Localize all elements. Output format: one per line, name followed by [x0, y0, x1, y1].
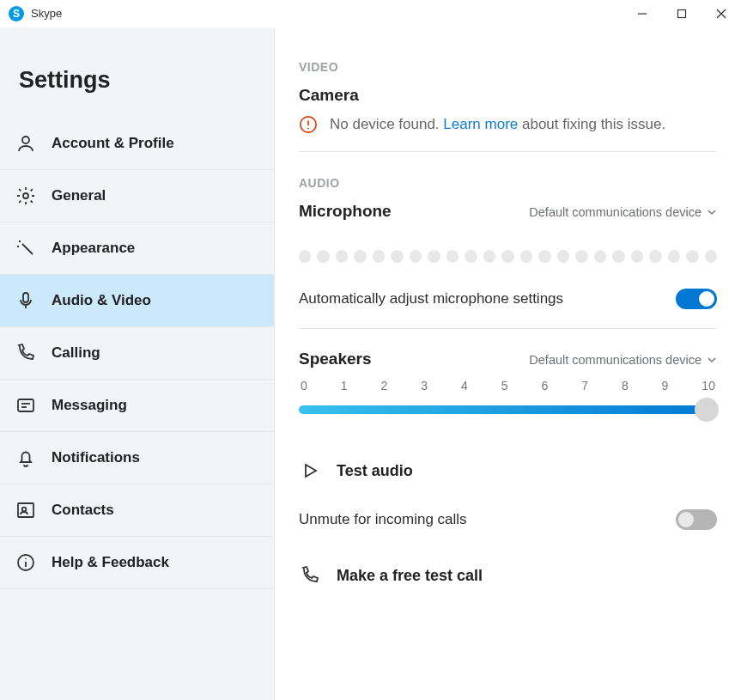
unmute-incoming-label: Unmute for incoming calls: [299, 511, 467, 528]
skype-logo-icon: S: [9, 6, 24, 21]
slider-track-fill: [299, 405, 717, 414]
svg-rect-7: [18, 399, 33, 411]
settings-sidebar: Settings Account & Profile General Appea…: [0, 27, 275, 700]
sidebar-item-general[interactable]: General: [0, 170, 274, 222]
maximize-button[interactable]: [662, 0, 702, 27]
test-audio-button[interactable]: Test audio: [299, 444, 717, 497]
sidebar-item-label: Notifications: [52, 449, 140, 466]
phone-icon: [15, 343, 36, 363]
learn-more-link[interactable]: Learn more: [443, 116, 518, 132]
svg-point-5: [23, 193, 28, 198]
camera-alert-text: No device found. Learn more about fixing…: [330, 116, 665, 133]
camera-heading: Camera: [299, 86, 717, 105]
svg-point-4: [22, 137, 29, 143]
microphone-icon: [15, 290, 36, 311]
camera-alert: No device found. Learn more about fixing…: [299, 115, 717, 152]
sidebar-item-account-profile[interactable]: Account & Profile: [0, 118, 274, 170]
window-title: Skype: [31, 7, 62, 20]
speakers-heading: Speakers: [299, 350, 372, 368]
settings-heading: Settings: [0, 27, 274, 118]
sidebar-item-label: Contacts: [52, 502, 114, 519]
sidebar-item-messaging[interactable]: Messaging: [0, 380, 274, 432]
sidebar-item-label: Help & Feedback: [52, 554, 169, 571]
contacts-icon: [15, 500, 36, 520]
auto-adjust-mic-toggle[interactable]: [676, 289, 717, 309]
gear-icon: [15, 186, 36, 206]
minimize-button[interactable]: [623, 0, 662, 27]
audio-section-label: AUDIO: [299, 176, 717, 190]
svg-point-17: [307, 128, 309, 130]
svg-point-14: [25, 558, 27, 560]
microphone-level-meter: [299, 231, 717, 283]
sidebar-item-calling[interactable]: Calling: [0, 327, 274, 380]
sidebar-item-appearance[interactable]: Appearance: [0, 222, 274, 275]
play-icon: [299, 460, 321, 482]
sidebar-item-contacts[interactable]: Contacts: [0, 484, 274, 537]
sidebar-item-notifications[interactable]: Notifications: [0, 432, 274, 484]
svg-point-11: [22, 508, 27, 512]
message-icon: [15, 395, 36, 416]
info-icon: [15, 552, 36, 573]
sidebar-item-label: Messaging: [52, 397, 127, 414]
sidebar-item-label: Calling: [52, 344, 100, 362]
settings-content: VIDEO Camera No device found. Learn more…: [275, 27, 741, 700]
sidebar-item-label: Audio & Video: [52, 292, 151, 309]
close-button[interactable]: [702, 0, 741, 27]
slider-thumb[interactable]: [695, 398, 719, 422]
wand-icon: [15, 238, 36, 259]
slider-tick-labels: 0 1 2 3 4 5 6 7 8 9 10: [299, 379, 717, 398]
microphone-heading: Microphone: [299, 202, 392, 221]
auto-adjust-mic-label: Automatically adjust microphone settings: [299, 290, 563, 307]
bell-icon: [15, 447, 36, 468]
sidebar-item-label: General: [52, 187, 106, 204]
svg-marker-18: [306, 465, 316, 477]
titlebar: S Skype: [0, 0, 741, 27]
sidebar-item-label: Account & Profile: [52, 135, 174, 152]
alert-icon: [299, 115, 318, 134]
svg-rect-6: [23, 293, 28, 302]
sidebar-item-label: Appearance: [52, 240, 135, 257]
speakers-device-select[interactable]: Default communications device: [529, 353, 717, 367]
sidebar-item-audio-video[interactable]: Audio & Video: [0, 275, 274, 327]
test-call-button[interactable]: Make a free test call: [299, 549, 717, 602]
chevron-down-icon: [707, 207, 717, 217]
speaker-volume-slider[interactable]: 0 1 2 3 4 5 6 7 8 9 10: [299, 379, 717, 422]
phone-icon: [299, 564, 321, 587]
person-icon: [15, 133, 36, 154]
chevron-down-icon: [707, 355, 717, 365]
svg-rect-1: [678, 9, 686, 17]
microphone-device-select[interactable]: Default communications device: [529, 205, 717, 219]
unmute-incoming-toggle[interactable]: [676, 509, 717, 530]
video-section-label: VIDEO: [299, 60, 717, 74]
sidebar-item-help-feedback[interactable]: Help & Feedback: [0, 537, 274, 589]
